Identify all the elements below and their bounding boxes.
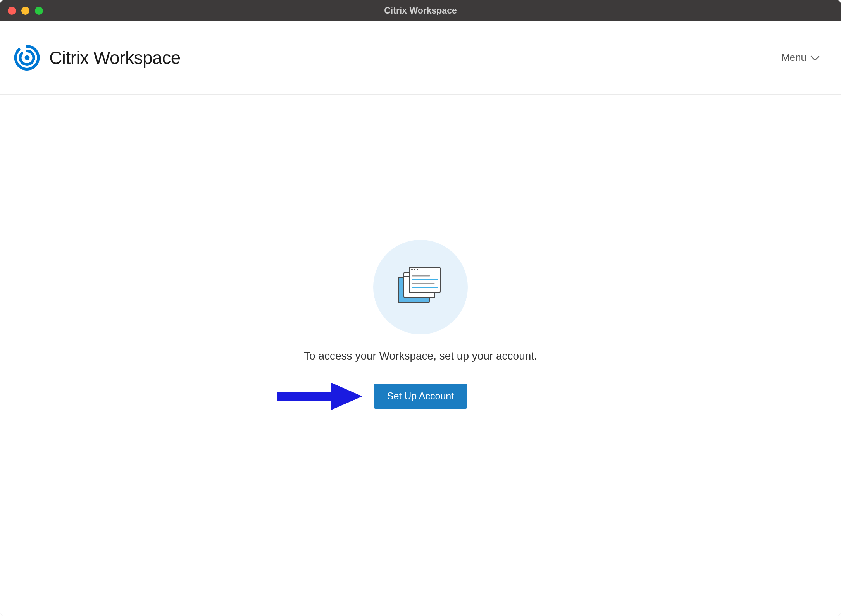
minimize-window-button[interactable]: [21, 7, 29, 15]
menu-label: Menu: [781, 52, 807, 64]
app-header: Citrix Workspace Menu: [0, 21, 841, 95]
setup-prompt-text: To access your Workspace, set up your ac…: [304, 350, 537, 362]
app-window: Citrix Workspace Citrix Workspace Menu: [0, 0, 841, 616]
svg-point-6: [411, 269, 413, 270]
citrix-logo-icon: [14, 44, 41, 71]
brand: Citrix Workspace: [14, 44, 181, 71]
cta-row: Set Up Account: [374, 384, 467, 409]
titlebar: Citrix Workspace: [0, 0, 841, 21]
close-window-button[interactable]: [8, 7, 16, 15]
brand-text: Citrix Workspace: [49, 47, 181, 68]
chevron-down-icon: [810, 52, 820, 64]
pointer-arrow-icon: [273, 381, 366, 412]
traffic-lights: [0, 7, 43, 15]
svg-point-7: [414, 269, 415, 270]
maximize-window-button[interactable]: [35, 7, 43, 15]
windows-illustration-icon: [395, 266, 446, 308]
set-up-account-button[interactable]: Set Up Account: [374, 384, 467, 409]
svg-point-0: [25, 55, 30, 60]
main-content: To access your Workspace, set up your ac…: [0, 95, 841, 616]
window-title: Citrix Workspace: [384, 5, 457, 16]
svg-point-8: [417, 269, 418, 270]
illustration-circle: [373, 240, 468, 334]
menu-button[interactable]: Menu: [781, 52, 820, 64]
svg-marker-14: [331, 383, 362, 410]
